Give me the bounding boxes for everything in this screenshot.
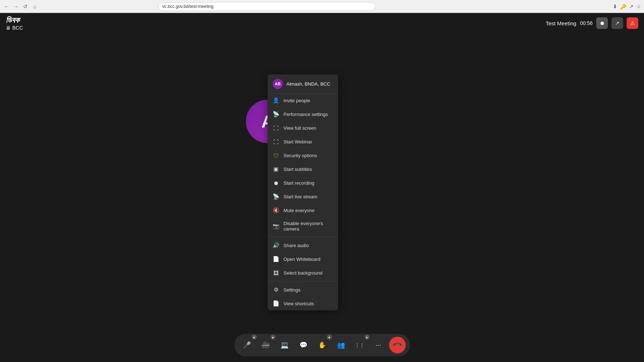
settings-icon: ⚙ (273, 286, 279, 293)
key-icon: 🔑 (620, 4, 626, 9)
menu-item-disable-camera[interactable]: 📷 Disable everyone's camera (268, 217, 338, 235)
open-whiteboard-label: Open Whiteboard (283, 257, 320, 262)
menu-item-view-full-screen[interactable]: ⛶ View full screen (268, 121, 338, 135)
menu-separator-1 (268, 237, 338, 237)
invite-people-icon: 👤 (273, 97, 279, 104)
menu-item-start-webinar[interactable]: ⛶ Start Webinar (268, 135, 338, 148)
menu-avatar: AB (273, 79, 283, 89)
logo-text: ডিবক (6, 16, 20, 25)
participants-button[interactable]: 👥 (333, 337, 349, 353)
view-shortcuts-label: View shortcuts (283, 301, 314, 306)
monitor-icon: 🖥 (6, 25, 11, 31)
invite-people-label: Invite people (283, 98, 310, 103)
mic-button[interactable]: 🎤 ▲ (239, 337, 255, 353)
select-background-icon: 🖼 (273, 270, 279, 276)
start-recording-icon: ⏺ (273, 180, 279, 186)
menu-item-security-options[interactable]: 🛡 Security options (268, 148, 338, 162)
hangup-button[interactable]: 📞 (389, 337, 406, 353)
back-button[interactable]: ← (3, 3, 10, 10)
menu-header: AB Almash, BNDA, BCC (268, 74, 338, 94)
mic-chevron: ▲ (252, 335, 257, 340)
start-live-stream-icon: 📡 (273, 193, 279, 200)
start-webinar-icon: ⛶ (273, 138, 279, 145)
menu-item-select-background[interactable]: 🖼 Select background (268, 266, 338, 280)
mic-icon: 🎤 (243, 341, 251, 349)
browser-icons: ⬇ 🔑 ↗ ☆ (613, 4, 641, 9)
view-shortcuts-icon: 📄 (273, 300, 279, 307)
browser-chrome: ← → ↺ ⌂ vc.bcc.gov.bd/test-meeting ⬇ 🔑 ↗… (0, 0, 644, 13)
camera-chevron: ▲ (270, 335, 276, 340)
menu-separator-2 (268, 281, 338, 281)
participants-icon: 👥 (337, 341, 345, 349)
start-live-stream-label: Start live stream (283, 194, 317, 199)
start-subtitles-label: Start subtitles (283, 167, 312, 172)
start-recording-label: Start recording (283, 180, 314, 186)
more-button[interactable]: ··· (370, 337, 387, 353)
raise-hand-button[interactable]: ✋ ▲ (314, 337, 330, 353)
mute-everyone-icon: 🔇 (273, 207, 279, 214)
menu-item-start-subtitles[interactable]: ▣ Start subtitles (268, 162, 338, 176)
chat-icon: 💬 (299, 341, 307, 349)
disable-camera-label: Disable everyone's camera (283, 221, 333, 232)
context-menu: AB Almash, BNDA, BCC 👤 Invite people 📡 P… (268, 74, 338, 310)
meeting-info: Test Meeting 00:56 ⏺ ↗ ⚠ (546, 17, 638, 29)
download-icon: ⬇ (613, 4, 617, 9)
screen-share-button[interactable]: 💻 (276, 337, 293, 353)
security-options-label: Security options (283, 153, 317, 158)
apps-chevron: ▲ (364, 335, 370, 340)
menu-item-start-recording[interactable]: ⏺ Start recording (268, 176, 338, 190)
screen-share-icon: 💻 (281, 341, 289, 349)
hangup-icon: 📞 (392, 339, 403, 350)
performance-settings-icon: 📡 (273, 111, 279, 117)
menu-item-mute-everyone[interactable]: 🔇 Mute everyone (268, 203, 338, 217)
menu-item-view-shortcuts[interactable]: 📄 View shortcuts (268, 297, 338, 310)
camera-off-icon: 🎥 (262, 341, 270, 349)
menu-username: Almash, BNDA, BCC (286, 81, 330, 87)
url-text: vc.bcc.gov.bd/test-meeting (162, 4, 214, 9)
performance-settings-label: Performance settings (283, 112, 328, 117)
menu-item-settings[interactable]: ⚙ Settings (268, 283, 338, 297)
raise-hand-icon: ✋ (318, 341, 326, 349)
chat-button[interactable]: 💬 (295, 337, 312, 353)
mute-everyone-label: Mute everyone (283, 208, 315, 213)
more-icon: ··· (376, 341, 381, 349)
raise-hand-chevron: ▲ (327, 335, 332, 340)
star-icon[interactable]: ☆ (636, 4, 641, 9)
forward-button[interactable]: → (12, 3, 20, 10)
menu-item-start-live-stream[interactable]: 📡 Start live stream (268, 190, 338, 203)
share-audio-label: Share audio (283, 243, 309, 248)
bottom-toolbar: 🎤 ▲ 🎥 ▲ 💻 💬 ✋ ▲ 👥 ⋮⋮ ▲ (234, 334, 410, 356)
logo-area: ডিবক 🖥 BCC (6, 16, 23, 31)
reload-button[interactable]: ↺ (22, 3, 29, 10)
full-screen-icon: ⛶ (273, 125, 279, 131)
meeting-area: ডিবক 🖥 BCC Test Meeting 00:56 ⏺ ↗ ⚠ A AB… (0, 13, 644, 362)
security-options-icon: 🛡 (273, 152, 279, 159)
alert-button[interactable]: ⚠ (627, 17, 638, 29)
apps-icon: ⋮⋮ (355, 342, 364, 348)
address-bar[interactable]: vc.bcc.gov.bd/test-meeting (158, 2, 375, 11)
open-whiteboard-icon: 📄 (273, 256, 279, 262)
home-button[interactable]: ⌂ (31, 3, 38, 10)
full-screen-label: View full screen (283, 125, 316, 131)
menu-item-invite-people[interactable]: 👤 Invite people (268, 94, 338, 107)
share-button[interactable]: ↗ (611, 17, 623, 29)
share-audio-icon: 🔊 (273, 242, 279, 249)
external-link-icon: ↗ (629, 4, 634, 9)
settings-label: Settings (283, 287, 300, 293)
menu-item-open-whiteboard[interactable]: 📄 Open Whiteboard (268, 252, 338, 266)
select-background-label: Select background (283, 270, 323, 276)
disable-camera-icon: 📷 (273, 223, 279, 229)
logo-bcc: 🖥 BCC (6, 25, 23, 31)
meeting-timer: 00:56 (580, 20, 593, 26)
start-subtitles-icon: ▣ (273, 166, 279, 172)
record-status-button[interactable]: ⏺ (596, 17, 608, 29)
apps-button[interactable]: ⋮⋮ ▲ (351, 337, 368, 353)
camera-button[interactable]: 🎥 ▲ (257, 337, 274, 353)
start-webinar-label: Start Webinar (283, 139, 312, 145)
top-bar: ডিবক 🖥 BCC Test Meeting 00:56 ⏺ ↗ ⚠ (0, 13, 644, 33)
meeting-title: Test Meeting (546, 20, 576, 26)
menu-item-share-audio[interactable]: 🔊 Share audio (268, 238, 338, 252)
menu-item-performance-settings[interactable]: 📡 Performance settings (268, 107, 338, 121)
